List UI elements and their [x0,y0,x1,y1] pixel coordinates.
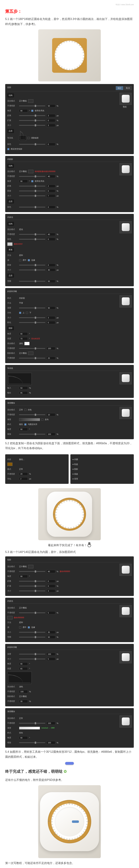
color-swatch[interactable] [28,99,33,103]
brown-swatch[interactable] [7,462,12,466]
gradient-bar[interactable] [19,418,40,421]
elements-label: 图素 [7,248,14,252]
step5-1-text: 5.1 画一个180*180的正圆命名为轮盘，居中，然后用3.3中画小圆的画法，… [5,17,134,27]
step5-3-text: 5.3 画一个140*140正圆命名为内圆，居中，添加图层样式 [5,550,134,555]
psd-note: 还有什么不懂的地方，附件里提供PSD供参考。 [5,778,134,783]
contour-curve[interactable] [7,373,32,385]
ps-panel-innershadow: 内阴影 结构 混合模式正片叠底请内阴影颜色填充#000000 不透明度% 角度°… [5,156,134,212]
ps-panel-ig2: 内发光 混合模式正片叠底 不透明度% 颜色#000000 方法柔和 源居中 边缘… [5,598,134,642]
ps-panel-grad2: 渐变叠加 混合模式正常 不透明度% 渐变 #e4e5e9 → #ffffff 样… [5,708,134,748]
opacity-input[interactable] [47,104,55,107]
ps-panel-ds2: 投影 混合模式正片叠底 不透明度% 颜色#000000 角度° 距离px 扩展%… [5,556,134,596]
ps-panel-bevel: 斜面和浮雕 样式内斜面 方法平滑 深度% 方向上 下 大小px 软化px 阴影 … [5,288,134,363]
structure-label: 结构 [7,93,14,97]
ok-button[interactable]: 确定 [116,86,123,90]
watermark: 学设计 www.16xx8.com [5,3,134,6]
red-highlight: 高光的设置 [31,338,40,340]
preview-thumb [119,93,132,105]
cancel-button[interactable]: 取消 [124,86,132,90]
red-note: 请内阴影颜色填充#000000 [35,170,55,173]
handle-preview [5,762,134,766]
closing-text: 第一次写教程，可能还有些不足的地方，还请多多包含。 [5,861,134,866]
step5-4-text: 5.4 如图所示，用矩形工具画一个35*12圆角矩形35*12，圆角6px。填充… [5,749,134,760]
ps-panel-contour: 等高线 输入% 输出% [5,365,134,398]
step5-2-text: 5.2 把轮盘复制一层命名为阴影放在轮盘下面，清除图层样式，填充颜色：#895b… [5,441,134,451]
mid-text: 看起来终于快完成了！有木有！ [5,543,134,548]
bunny-icon [88,544,91,547]
step5-title: 第五步： [5,8,134,14]
angle-input[interactable] [19,109,28,112]
ps-fill-panel: 内容颜色... 模式正常 不透明度% 羽化px [5,454,68,484]
dial-preview-1 [38,29,101,82]
done-text: 终于完成了，感觉还不错，萌萌哒 ✿ [5,769,134,774]
ps-panel-innerglow: 内发光 结构 混合模式柔光 不透明度% 杂色% 颜色#cfcfcf 图素 方法柔… [5,214,134,286]
ps-panel-dropshadow: 投影 确定取消 结构 混合模式正片叠底 不透明度% 角度° 使用全局光 距离px… [5,84,134,154]
ps-layers-panel: ● 内圆 ● 轮盘 ● 阴影 ● 底盘 ● 背景 [71,454,134,484]
dial-preview-2 [38,488,101,540]
final-preview [38,785,101,858]
ps-panel-gradient: 渐变叠加 混合模式正常 仿色 不透明度% 渐变反向 样式线性 与图层对齐 角度°… [5,400,134,439]
panel-title: 投影 [7,86,11,90]
global-light-check[interactable] [31,110,33,112]
ps-panel-bevel2: 斜面和浮雕 深度% 大小px 角度° 高度° 高光模式滤色 不透明度% 阴影模式… [5,644,134,706]
opacity-slider[interactable] [19,105,45,106]
